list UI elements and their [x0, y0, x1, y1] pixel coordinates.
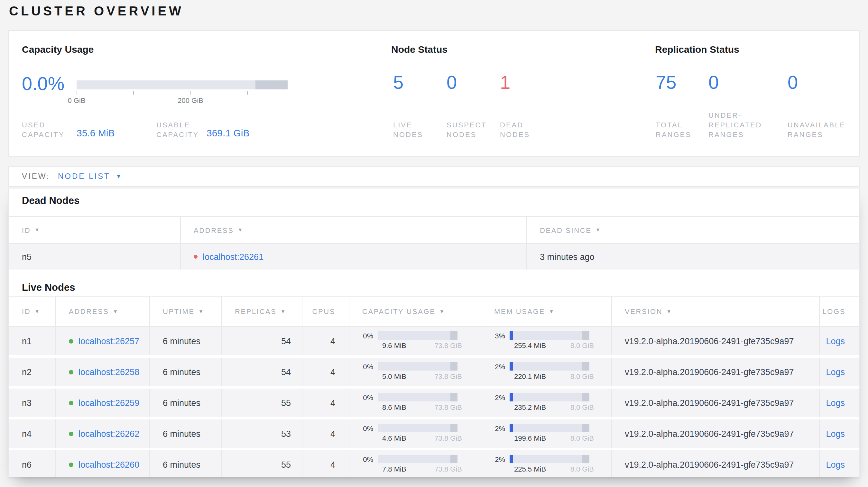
column-header-mem-usage[interactable]: MEM USAGE▼: [481, 297, 612, 326]
node-address-link[interactable]: localhost:26257: [79, 336, 139, 346]
sort-arrow-icon: ▼: [113, 309, 119, 314]
capacity-usage-cell: 0%4.6 MiB73.8 GiB: [349, 419, 481, 448]
capacity-gauge-reserved: [255, 80, 288, 90]
column-header-dead-since[interactable]: DEAD SINCE▼: [527, 217, 859, 243]
logs-link[interactable]: Logs: [826, 460, 845, 469]
column-header-uptime[interactable]: UPTIME▼: [150, 297, 222, 326]
column-header-version[interactable]: VERSION▼: [612, 297, 820, 326]
mem-bar: [509, 424, 589, 432]
sort-arrow-icon: ▼: [549, 309, 555, 314]
mem-total-label: 8.0 GiB: [570, 434, 594, 442]
capacity-bar: [378, 331, 458, 340]
mem-total-label: 8.0 GiB: [570, 342, 594, 349]
cpus-cell: 4: [302, 389, 349, 417]
sort-arrow-icon: ▼: [281, 309, 286, 314]
sort-arrow-icon: ▼: [595, 227, 601, 233]
replicas-cell: 54: [222, 358, 302, 386]
axis-tick: [190, 91, 191, 95]
logs-cell: Logs: [820, 327, 859, 355]
column-header-label: UPTIME: [163, 307, 195, 315]
mem-used-label: 199.6 MiB: [514, 434, 546, 442]
live-status-dot-icon: [69, 431, 73, 436]
uptime-cell: 6 minutes: [150, 450, 222, 477]
node-id-cell: n2: [9, 358, 56, 386]
column-header-id[interactable]: ID▼: [9, 297, 56, 326]
capacity-used-label: 8.6 MiB: [382, 403, 406, 411]
live-node-row: n3localhost:262596 minutes5540%8.6 MiB73…: [9, 389, 859, 417]
mem-bar-reserved: [582, 362, 589, 370]
mem-usage-cell: 2%235.2 MiB8.0 GiB: [481, 389, 612, 417]
logs-link[interactable]: Logs: [826, 398, 845, 408]
logs-link[interactable]: Logs: [826, 367, 845, 377]
cpus-cell: 4: [302, 419, 349, 448]
live-node-row: n1localhost:262576 minutes5440%9.6 MiB73…: [9, 327, 859, 355]
column-header-address[interactable]: ADDRESS▼: [181, 217, 527, 243]
live-status-dot-icon: [69, 400, 73, 405]
dead-nodes-table-header: ID▼ADDRESS▼DEAD SINCE▼: [9, 216, 859, 244]
capacity-total-label: 73.8 GiB: [434, 372, 462, 380]
column-header-label: DEAD SINCE: [540, 226, 592, 234]
suspect-nodes-label: SUSPECT NODES: [446, 120, 487, 140]
sort-arrow-icon: ▼: [666, 309, 672, 314]
logs-cell: Logs: [820, 389, 859, 417]
capacity-percent-label: 0%: [349, 455, 378, 463]
column-header-capacity-usage[interactable]: CAPACITY USAGE▼: [349, 297, 481, 326]
node-address-link[interactable]: localhost:26259: [79, 398, 139, 408]
logs-link[interactable]: Logs: [826, 336, 845, 346]
node-id-cell: n4: [9, 419, 56, 448]
sort-arrow-icon: ▼: [34, 227, 40, 233]
node-address-link[interactable]: localhost:26260: [79, 460, 139, 469]
chevron-down-icon: ▼: [116, 174, 123, 180]
replicas-cell: 53: [222, 419, 302, 448]
logs-cell: Logs: [820, 358, 859, 386]
mem-meter: 2%220.1 MiB8.0 GiB: [481, 362, 611, 380]
total-ranges-count: 75: [656, 72, 677, 93]
uptime-cell: 6 minutes: [150, 358, 222, 386]
axis-tick: [133, 91, 134, 95]
capacity-total-label: 73.8 GiB: [434, 403, 462, 411]
capacity-meter: 0%5.0 MiB73.8 GiB: [349, 362, 480, 380]
node-address-link[interactable]: localhost:26261: [203, 252, 264, 261]
node-address-link[interactable]: localhost:26258: [79, 367, 139, 377]
node-address-cell: localhost:26259: [56, 389, 150, 417]
capacity-total-label: 73.8 GiB: [434, 434, 462, 442]
mem-bar: [509, 331, 589, 340]
capacity-total-label: 73.8 GiB: [434, 342, 462, 349]
dead-nodes-table: ID▼ADDRESS▼DEAD SINCE▼ n5localhost:26261…: [9, 216, 859, 272]
cluster-summary-card: Capacity Usage 0.0% 0 GiB 200 GiB USED C…: [8, 30, 860, 156]
mem-bar-fill: [509, 424, 513, 432]
logs-link[interactable]: Logs: [826, 429, 845, 439]
node-address-link[interactable]: localhost:26262: [79, 429, 139, 439]
node-address-cell: localhost:26261: [181, 244, 527, 269]
column-header-logs: LOGS: [820, 297, 859, 326]
usable-capacity-label: USABLE CAPACITY: [156, 120, 199, 140]
node-address-cell: localhost:26257: [56, 327, 150, 355]
mem-bar: [509, 362, 589, 370]
column-header-address[interactable]: ADDRESS▼: [56, 297, 150, 326]
mem-used-label: 225.5 MiB: [514, 465, 546, 473]
cluster-overview-page: CLUSTER OVERVIEW Capacity Usage 0.0% 0 G…: [0, 0, 868, 487]
capacity-percent-label: 0%: [349, 393, 378, 401]
cpus-cell: 4: [302, 327, 349, 355]
mem-bar: [509, 455, 589, 463]
mem-total-label: 8.0 GiB: [570, 403, 594, 411]
capacity-bar: [378, 455, 458, 463]
node-id-cell: n3: [9, 389, 56, 417]
column-header-id[interactable]: ID▼: [9, 217, 181, 243]
under-replicated-count: 0: [708, 72, 719, 93]
version-cell: v19.2.0-alpha.20190606-2491-gfe735c9a97: [612, 358, 820, 386]
under-replicated-label: UNDER- REPLICATED RANGES: [708, 111, 762, 140]
node-id-cell: n5: [9, 244, 181, 269]
live-nodes-table-body: n1localhost:262576 minutes5440%9.6 MiB73…: [9, 327, 859, 477]
mem-percent-label: 2%: [481, 393, 509, 401]
mem-bar-reserved: [582, 393, 589, 401]
view-dropdown[interactable]: NODE LIST▼: [58, 167, 123, 187]
column-header-replicas[interactable]: REPLICAS▼: [222, 297, 302, 326]
sort-arrow-icon: ▼: [34, 309, 40, 314]
capacity-usage-title: Capacity Usage: [22, 44, 94, 55]
capacity-usage-cell: 0%5.0 MiB73.8 GiB: [349, 358, 481, 386]
replicas-cell: 55: [222, 389, 302, 417]
capacity-percent-label: 0%: [349, 424, 378, 432]
view-dropdown-value[interactable]: NODE LIST: [58, 172, 110, 181]
column-header-label: ID: [22, 226, 31, 234]
